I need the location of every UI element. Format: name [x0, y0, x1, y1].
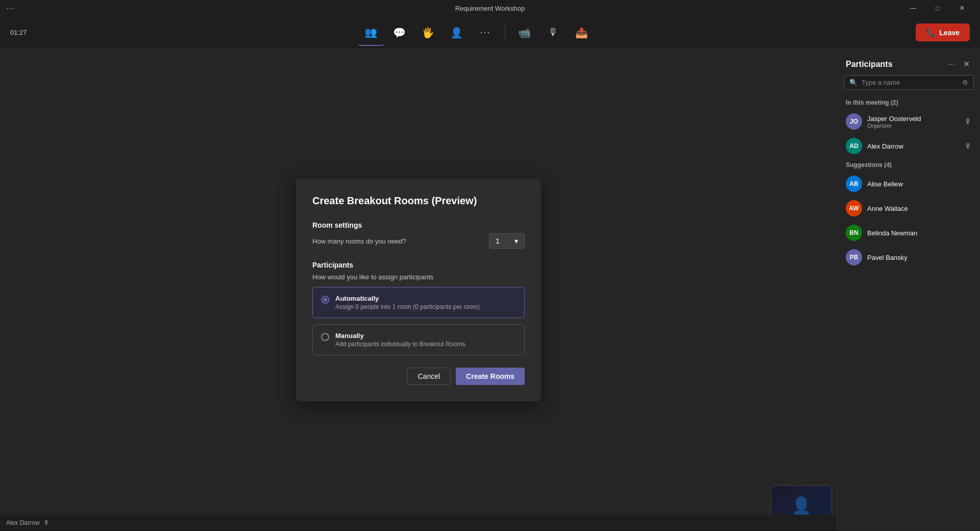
manual-radio-circle — [321, 333, 329, 341]
more-icon: ··· — [480, 27, 491, 38]
avatar-anne: AW — [846, 200, 862, 216]
app-menu-icon[interactable]: ⋯ — [6, 4, 14, 13]
auto-option-title: Automatically — [335, 295, 480, 302]
leave-phone-icon: 📞 — [926, 28, 936, 37]
create-breakout-dialog: Create Breakout Rooms (Preview) Room set… — [296, 179, 541, 401]
search-box[interactable]: 🔍 ⚙ — [844, 75, 974, 90]
toolbar: 01:27 👥 💬 🖐 👤 ··· 📹 🎙 📤 📞 Leave — [0, 16, 980, 49]
dialog-title: Create Breakout Rooms (Preview) — [312, 195, 525, 207]
people-button[interactable]: 👤 — [444, 19, 470, 46]
participant-info-alex: Alex Darrow — [867, 142, 960, 150]
sidebar-more-button[interactable]: ··· — [946, 58, 957, 71]
title-bar-left: ⋯ — [6, 4, 14, 13]
room-count-dropdown[interactable]: 1 ▾ — [489, 233, 525, 249]
cancel-button[interactable]: Cancel — [407, 368, 451, 385]
share-button[interactable]: 📤 — [569, 19, 595, 46]
maximize-button[interactable]: □ — [926, 0, 949, 16]
manual-option[interactable]: Manually Add participants individually t… — [312, 324, 525, 355]
share-icon: 📤 — [575, 27, 588, 39]
emoji-button[interactable]: 🖐 — [415, 19, 442, 46]
participants-section: Participants How would you like to assig… — [312, 261, 525, 355]
participant-alise[interactable]: AB Alise Bellew — [838, 172, 980, 196]
dialog-footer: Cancel Create Rooms — [312, 368, 525, 385]
more-button[interactable]: ··· — [472, 19, 499, 46]
participant-belinda[interactable]: BN Belinda Newman — [838, 221, 980, 245]
participant-info-belinda: Belinda Newman — [867, 229, 972, 237]
auto-option-desc: Assign 0 people into 1 room (0 participa… — [335, 303, 480, 310]
auto-radio-circle — [321, 296, 329, 304]
participant-name-anne: Anne Wallace — [867, 205, 972, 212]
close-button[interactable]: ✕ — [950, 0, 974, 16]
title-bar: ⋯ Requirement Workshop — □ ✕ — [0, 0, 980, 16]
participant-name-belinda: Belinda Newman — [867, 229, 972, 237]
participants-sidebar: Participants ··· ✕ 🔍 ⚙ In this meeting (… — [837, 49, 980, 531]
participant-info-anne: Anne Wallace — [867, 205, 972, 212]
in-meeting-section-header: In this meeting (2) — [838, 96, 980, 109]
room-count-row: How many rooms do you need? 1 ▾ — [312, 233, 525, 249]
sidebar-header-icons: ··· ✕ — [946, 57, 972, 71]
chat-icon: 💬 — [393, 27, 406, 39]
participant-info-pavel: Pavel Bansky — [867, 254, 972, 261]
search-input[interactable] — [862, 79, 958, 86]
participant-actions-jasper: 🎙 — [965, 117, 972, 126]
participant-actions-alex: 🎙 — [965, 142, 972, 150]
participants-button[interactable]: 👥 — [358, 19, 384, 46]
dialog-overlay: Create Breakout Rooms (Preview) Room set… — [0, 49, 837, 531]
manual-option-content: Manually Add participants individually t… — [335, 332, 467, 348]
auto-option-content: Automatically Assign 0 people into 1 roo… — [335, 295, 480, 310]
participants-icon: 👥 — [364, 26, 377, 38]
chat-button[interactable]: 💬 — [386, 19, 413, 46]
sidebar-header: Participants ··· ✕ — [838, 49, 980, 75]
room-settings-label: Room settings — [312, 221, 525, 229]
participant-name-alise: Alise Bellew — [867, 180, 972, 188]
auto-option[interactable]: Automatically Assign 0 people into 1 roo… — [312, 287, 525, 318]
participant-pavel[interactable]: PB Pavel Bansky — [838, 245, 980, 270]
mic-icon: 🎙 — [548, 27, 558, 38]
minimize-button[interactable]: — — [901, 0, 925, 16]
participant-info-alise: Alise Bellew — [867, 180, 972, 188]
create-rooms-button[interactable]: Create Rooms — [456, 368, 525, 385]
avatar-pavel: PB — [846, 249, 862, 266]
toolbar-center: 👥 💬 🖐 👤 ··· 📹 🎙 📤 — [41, 19, 912, 46]
room-count-question: How many rooms do you need? — [312, 237, 406, 245]
participant-name-alex: Alex Darrow — [867, 142, 960, 150]
leave-button[interactable]: 📞 Leave — [916, 23, 970, 41]
search-icon: 🔍 — [849, 79, 857, 86]
participants-label: Participants — [312, 261, 525, 269]
mic-icon-jasper: 🎙 — [965, 117, 972, 126]
window-title: Requirement Workshop — [455, 5, 525, 12]
participant-name-pavel: Pavel Bansky — [867, 254, 972, 261]
video-icon: 📹 — [518, 27, 531, 39]
sidebar-title: Participants — [846, 60, 893, 69]
avatar-alise: AB — [846, 176, 862, 192]
participant-alex[interactable]: AD Alex Darrow 🎙 — [838, 134, 980, 158]
video-button[interactable]: 📹 — [511, 19, 538, 46]
manual-option-desc: Add participants individually to Breakou… — [335, 341, 467, 348]
chevron-down-icon: ▾ — [514, 237, 518, 245]
participant-jasper[interactable]: JO Jasper Oosterveld Organizer 🎙 — [838, 109, 980, 134]
participant-role-jasper: Organizer — [867, 123, 960, 129]
participant-info-jasper: Jasper Oosterveld Organizer — [867, 115, 960, 129]
manual-option-title: Manually — [335, 332, 467, 340]
search-settings-icon: ⚙ — [962, 79, 968, 86]
avatar-alex: AD — [846, 138, 862, 154]
participants-sublabel: How would you like to assign participant… — [312, 273, 525, 281]
suggestions-section-header: Suggestions (4) — [838, 158, 980, 172]
mic-button[interactable]: 🎙 — [540, 19, 567, 46]
sidebar-close-button[interactable]: ✕ — [961, 57, 972, 71]
call-timer: 01:27 — [10, 29, 27, 36]
people-icon: 👤 — [450, 27, 463, 39]
hand-icon: 🖐 — [422, 27, 434, 39]
avatar-jasper: JO — [846, 113, 862, 130]
participant-name-jasper: Jasper Oosterveld — [867, 115, 960, 123]
mic-icon-alex: 🎙 — [965, 142, 972, 150]
participant-anne[interactable]: AW Anne Wallace — [838, 196, 980, 221]
title-bar-controls: — □ ✕ — [901, 0, 974, 16]
toolbar-left: 01:27 — [10, 29, 37, 36]
avatar-belinda: BN — [846, 225, 862, 241]
